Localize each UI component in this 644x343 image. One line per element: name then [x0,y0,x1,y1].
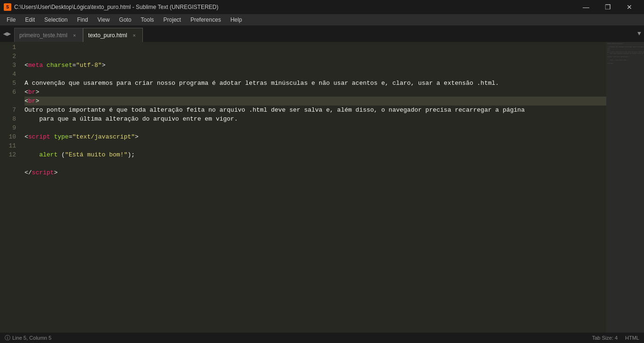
tab-nav-left[interactable]: ◀▶ [0,25,14,42]
menu-item-project[interactable]: Project [159,14,186,25]
titlebar: S C:\Users\User\Desktop\Lógica\texto_pur… [0,0,644,14]
code-line: Outro ponto importante é que toda altera… [25,106,606,114]
titlebar-title: C:\Users\User\Desktop\Lógica\texto_puro.… [14,4,218,10]
tab-tab1[interactable]: primeiro_teste.html× [14,28,83,42]
statusbar-right: Tab Size: 4 HTML [592,335,639,341]
titlebar-left: S C:\Users\User\Desktop\Lógica\texto_pur… [4,3,218,11]
minimize-button[interactable]: — [575,0,597,14]
code-line: alert ("Está muito bom!"); [25,150,606,159]
close-button[interactable]: ✕ [619,0,640,14]
line-number: 3 [0,61,16,70]
code-line: <script type="text/javascript"> [25,132,606,141]
code-line: <br> [25,97,606,106]
tab-tab2[interactable]: texto_puro.html× [83,28,143,42]
menubar: FileEditSelectionFindViewGotoToolsProjec… [0,14,644,25]
code-line: <br> [25,88,606,97]
line-number: 10 [0,132,16,141]
line-number: 8 [0,114,16,123]
tab-size: Tab Size: 4 [592,335,618,341]
line-number: 11 [0,141,16,150]
line-number: 9 [0,123,16,132]
menu-item-find[interactable]: Find [72,14,92,25]
line-number [0,97,16,106]
tabsbar: ◀▶ primeiro_teste.html×texto_puro.html×▼ [0,25,644,42]
line-number: 5 [0,79,16,88]
maximize-button[interactable]: ❐ [597,0,619,14]
line-number: 7 [0,106,16,114]
code-line [25,70,606,79]
menu-item-selection[interactable]: Selection [40,14,72,25]
line-number: 4 [0,70,16,79]
line-number: 1 [0,43,16,52]
line-number: 6 [0,88,16,97]
menu-item-edit[interactable]: Edit [20,14,40,25]
menu-item-goto[interactable]: Goto [115,14,136,25]
line-number: 12 [0,150,16,159]
menu-item-view[interactable]: View [93,14,115,25]
code-line [25,123,606,132]
tab-dropdown[interactable]: ▼ [635,25,644,42]
statusbar-left: ⓘ Line 5, Column 5 [5,334,51,342]
code-area[interactable]: <meta charset="utf-8"> A convenção que u… [20,42,606,333]
info-icon: ⓘ [5,334,10,342]
cursor-position: Line 5, Column 5 [12,335,51,341]
code-line: </script> [25,168,606,177]
statusbar: ⓘ Line 5, Column 5 Tab Size: 4 HTML [0,333,644,343]
editor-container: 123456789101112 <meta charset="utf-8"> A… [0,42,644,333]
syntax-label: HTML [625,335,639,341]
app-icon: S [4,3,11,11]
tab-close-button[interactable]: × [131,32,138,39]
code-line: para que a última alteração do arquivo e… [25,114,606,123]
menu-item-file[interactable]: File [2,14,20,25]
menu-item-help[interactable]: Help [226,14,247,25]
tab-label: texto_puro.html [88,32,127,39]
minimap: <meta charset="utf-8"> A convenção que u… [606,42,644,333]
titlebar-controls: — ❐ ✕ [575,0,640,14]
tab-label: primeiro_teste.html [19,32,67,39]
line-numbers: 123456789101112 [0,42,20,333]
tab-close-button[interactable]: × [71,32,78,39]
code-line: A convenção que usaremos para criar noss… [25,79,606,88]
menu-item-tools[interactable]: Tools [136,14,159,25]
menu-item-preferences[interactable]: Preferences [186,14,226,25]
code-line [25,141,606,150]
code-line [25,159,606,168]
code-line: <meta charset="utf-8"> [25,61,606,70]
line-number: 2 [0,52,16,61]
